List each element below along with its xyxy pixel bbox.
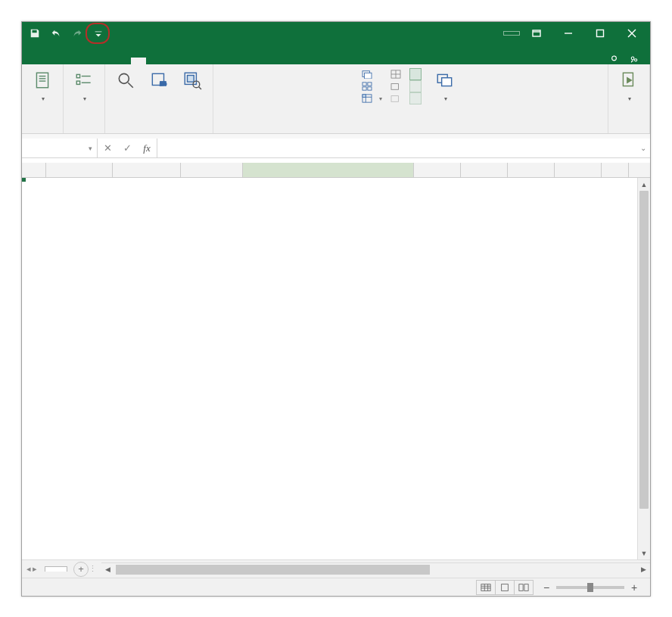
col-header-H[interactable] [555,163,602,177]
arrange-all-button[interactable] [361,81,382,92]
spreadsheet-grid[interactable]: ▲ ▼ [22,163,650,559]
col-header-C[interactable] [181,163,243,177]
col-header-I[interactable] [602,163,629,177]
tell-me[interactable] [609,55,622,64]
svg-rect-35 [362,95,366,97]
group-zoom: 100 [105,64,213,133]
tab-page-layout[interactable] [70,58,86,64]
select-all-corner[interactable] [22,163,46,177]
tab-help[interactable] [146,58,161,64]
tab-data[interactable] [101,58,116,64]
zoom-slider[interactable] [556,586,624,589]
macros-icon [618,69,640,92]
tab-review[interactable] [116,58,131,64]
svg-point-17 [119,73,129,83]
save-icon[interactable] [26,25,43,42]
tab-split-handle[interactable]: ⋮ [89,564,101,574]
zoom-button[interactable] [110,67,142,95]
svg-rect-28 [362,83,366,86]
svg-marker-44 [627,78,631,83]
new-window-button[interactable] [361,69,382,79]
col-header-G[interactable] [508,163,555,177]
col-header-A[interactable] [46,163,113,177]
tab-view[interactable] [131,58,146,64]
view-pagebreak-icon[interactable] [514,580,534,595]
share-button[interactable] [630,55,642,64]
scroll-left-icon[interactable]: ◀ [101,563,114,575]
split-button[interactable] [390,69,402,79]
zoom-out-button[interactable]: − [541,581,552,594]
zoom-100-button[interactable]: 100 [143,67,175,95]
hide-icon [390,81,402,92]
svg-rect-3 [597,30,604,37]
svg-text:100: 100 [160,82,166,86]
svg-rect-31 [367,87,371,90]
column-headers [22,163,650,178]
maximize-icon[interactable] [585,22,615,45]
col-header-E[interactable] [414,163,461,177]
enter-formula-icon[interactable]: ✓ [117,142,137,154]
col-header-B[interactable] [113,163,181,177]
sheet-nav[interactable]: ◂▸ [22,564,42,574]
svg-rect-50 [502,584,509,591]
group-workbook-views [22,64,64,133]
svg-rect-13 [76,74,79,77]
ribbon-display-icon[interactable] [521,22,552,45]
group-macros [608,64,650,133]
new-sheet-button[interactable]: + [73,562,89,577]
reset-window-button[interactable] [409,93,422,104]
view-mode-buttons [477,580,534,595]
svg-line-18 [128,83,133,88]
sync-scroll-button[interactable] [409,81,422,92]
svg-line-25 [199,87,201,89]
vertical-scrollbar[interactable]: ▲ ▼ [637,178,650,559]
tab-home[interactable] [40,58,55,64]
scroll-down-icon[interactable]: ▼ [638,547,650,559]
fx-icon[interactable]: fx [137,142,157,154]
tab-insert[interactable] [55,58,70,64]
freeze-icon [361,93,373,104]
workbook-views-button[interactable] [26,67,58,105]
undo-icon[interactable] [48,25,64,42]
zoom-in-button[interactable]: + [629,581,639,594]
svg-rect-30 [362,87,366,90]
zoom-selection-button[interactable] [176,67,208,95]
sheet-tab-1[interactable] [45,566,67,572]
horizontal-scrollbar[interactable]: ◀ ▶ [101,562,650,575]
unhide-button[interactable] [390,93,402,104]
formula-input[interactable] [157,139,636,157]
close-icon[interactable] [617,22,647,45]
minimize-icon[interactable] [553,22,583,45]
freeze-panes-button[interactable]: ▾ [361,93,382,104]
switch-windows-button[interactable] [429,67,461,105]
view-side-button[interactable] [409,69,422,79]
fill-handle[interactable] [22,178,26,182]
hscroll-thumb[interactable] [116,565,430,575]
svg-rect-40 [391,96,398,102]
macros-button[interactable] [613,67,645,105]
view-normal-icon[interactable] [476,580,496,595]
svg-rect-39 [391,84,398,90]
vscroll-thumb[interactable] [639,191,649,509]
scroll-right-icon[interactable]: ▶ [637,563,650,575]
redo-icon[interactable] [69,25,86,42]
show-button[interactable] [68,67,100,105]
signin-button[interactable] [503,31,520,36]
status-bar: − + [22,578,650,596]
tab-file[interactable] [25,58,40,64]
svg-point-7 [631,57,634,60]
col-header-D[interactable] [243,163,414,177]
cancel-formula-icon[interactable]: ✕ [98,142,117,154]
col-header-F[interactable] [461,163,508,177]
name-box[interactable] [22,139,98,157]
svg-rect-29 [367,83,371,86]
arrange-icon [361,81,373,92]
customize-qat-icon[interactable] [90,25,107,42]
svg-rect-9 [36,73,48,88]
tab-formulas[interactable] [86,58,101,64]
sheet-tab-bar: ◂▸ + ⋮ ◀ ▶ [22,559,650,578]
expand-formula-icon[interactable]: ⌄ [636,139,650,157]
view-pagelayout-icon[interactable] [495,580,515,595]
hide-button[interactable] [390,81,402,92]
scroll-up-icon[interactable]: ▲ [638,178,650,191]
